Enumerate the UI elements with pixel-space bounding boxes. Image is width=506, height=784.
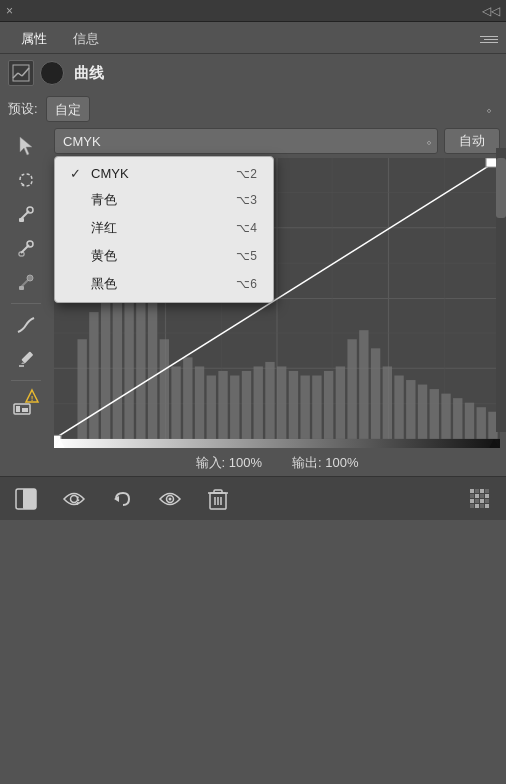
dropdown-label-cmyk: CMYK <box>91 166 228 181</box>
svg-rect-60 <box>336 366 345 439</box>
svg-rect-59 <box>324 371 333 439</box>
svg-rect-91 <box>470 494 474 498</box>
svg-rect-69 <box>441 394 450 439</box>
svg-text:!: ! <box>31 394 34 403</box>
undo-button[interactable] <box>106 483 138 515</box>
auto-button[interactable]: 自动 <box>444 128 500 154</box>
svg-rect-61 <box>347 339 356 439</box>
svg-rect-39 <box>89 312 98 439</box>
left-toolbar: ! <box>0 126 52 476</box>
check-empty-3 <box>67 249 83 264</box>
panel-header: 曲线 <box>0 54 506 92</box>
dropdown-item-cmyk[interactable]: ✓ CMYK ⌥2 <box>55 161 273 186</box>
check-empty-2 <box>67 221 83 236</box>
input-label: 输入: 100% <box>196 454 263 472</box>
scrollbar-thumb[interactable] <box>496 158 506 218</box>
svg-rect-53 <box>254 366 263 439</box>
eyedropper-tool-button[interactable] <box>8 198 44 230</box>
dropdown-shortcut-cyan: ⌥3 <box>236 193 257 207</box>
eye-button[interactable] <box>154 483 186 515</box>
svg-rect-87 <box>470 489 474 493</box>
svg-rect-98 <box>485 499 489 503</box>
pointer-tool-button[interactable] <box>8 130 44 162</box>
svg-rect-43 <box>136 285 145 439</box>
svg-rect-96 <box>475 499 479 503</box>
preset-select-wrapper: 自定 <box>46 96 498 122</box>
svg-line-3 <box>22 68 29 76</box>
dropdown-item-magenta[interactable]: 洋红 ⌥4 <box>55 214 273 242</box>
svg-line-2 <box>18 73 22 76</box>
svg-rect-45 <box>160 339 169 439</box>
svg-line-1 <box>13 73 18 78</box>
svg-rect-68 <box>430 389 439 439</box>
separator-1 <box>11 303 41 304</box>
svg-point-76 <box>71 495 78 502</box>
output-label: 输出: 100% <box>292 454 359 472</box>
svg-rect-71 <box>465 403 474 439</box>
channel-select[interactable]: CMYK 青色 洋红 黄色 黑色 <box>54 128 438 154</box>
dropdown-item-yellow[interactable]: 黄色 ⌥5 <box>55 242 273 270</box>
svg-rect-55 <box>277 366 286 439</box>
svg-rect-20 <box>22 408 28 412</box>
svg-rect-8 <box>19 218 24 222</box>
adjustment-icon <box>8 60 34 86</box>
dropdown-label-black: 黑色 <box>91 275 228 293</box>
svg-point-80 <box>169 497 172 500</box>
svg-rect-44 <box>148 303 157 439</box>
channel-dropdown-menu[interactable]: ✓ CMYK ⌥2 青色 ⌥3 洋红 ⌥4 黄色 ⌥5 <box>54 156 274 303</box>
collapse-icon[interactable]: ◁◁ <box>482 4 500 18</box>
warning-tool-button[interactable]: ! <box>8 386 44 418</box>
svg-point-13 <box>27 275 33 281</box>
preset-row: 预设: 自定 <box>0 92 506 126</box>
svg-rect-67 <box>418 385 427 439</box>
tab-properties[interactable]: 属性 <box>8 24 60 53</box>
svg-rect-100 <box>475 504 479 508</box>
dropdown-item-black[interactable]: 黑色 ⌥6 <box>55 270 273 298</box>
tab-info[interactable]: 信息 <box>60 24 112 53</box>
curve-tool-button[interactable] <box>8 309 44 341</box>
svg-rect-56 <box>289 371 298 439</box>
scrollbar[interactable] <box>496 148 506 432</box>
svg-rect-65 <box>394 376 403 439</box>
eyedropper2-tool-button[interactable] <box>8 232 44 264</box>
svg-rect-54 <box>265 362 274 439</box>
dropdown-label-yellow: 黄色 <box>91 247 228 265</box>
svg-point-10 <box>27 241 33 247</box>
svg-rect-94 <box>485 494 489 498</box>
pencil-tool-button[interactable] <box>8 343 44 375</box>
mask-button[interactable] <box>10 483 42 515</box>
selection-tool-button[interactable] <box>8 164 44 196</box>
preset-label: 预设: <box>8 100 38 118</box>
svg-rect-72 <box>477 407 486 439</box>
svg-rect-62 <box>359 330 368 439</box>
svg-rect-40 <box>101 294 110 439</box>
separator-2 <box>11 380 41 381</box>
svg-rect-47 <box>183 357 192 439</box>
delete-button[interactable] <box>202 483 234 515</box>
svg-rect-88 <box>475 489 479 493</box>
check-icon: ✓ <box>67 166 83 181</box>
panel-menu-button[interactable] <box>478 31 498 47</box>
svg-rect-93 <box>480 494 484 498</box>
channel-row: CMYK 青色 洋红 黄色 黑色 自动 ✓ CMYK ⌥2 青色 ⌥ <box>54 128 500 158</box>
check-empty-4 <box>67 277 83 292</box>
svg-rect-64 <box>383 366 392 439</box>
svg-rect-57 <box>300 376 309 439</box>
close-button[interactable]: × <box>6 4 13 18</box>
dropdown-shortcut-yellow: ⌥5 <box>236 249 257 263</box>
check-empty-1 <box>67 193 83 208</box>
svg-rect-70 <box>453 398 462 439</box>
pattern-button[interactable] <box>464 483 496 515</box>
svg-rect-50 <box>218 371 227 439</box>
eyedropper3-tool-button[interactable] <box>8 266 44 298</box>
svg-rect-75 <box>23 489 36 509</box>
svg-rect-0 <box>13 65 29 81</box>
preset-select[interactable]: 自定 <box>46 96 90 122</box>
io-row: 输入: 100% 输出: 100% <box>54 448 500 476</box>
svg-rect-66 <box>406 380 415 439</box>
svg-rect-97 <box>480 499 484 503</box>
dropdown-shortcut-cmyk: ⌥2 <box>236 167 257 181</box>
visibility-button[interactable] <box>58 483 90 515</box>
svg-rect-51 <box>230 376 239 439</box>
dropdown-item-cyan[interactable]: 青色 ⌥3 <box>55 186 273 214</box>
